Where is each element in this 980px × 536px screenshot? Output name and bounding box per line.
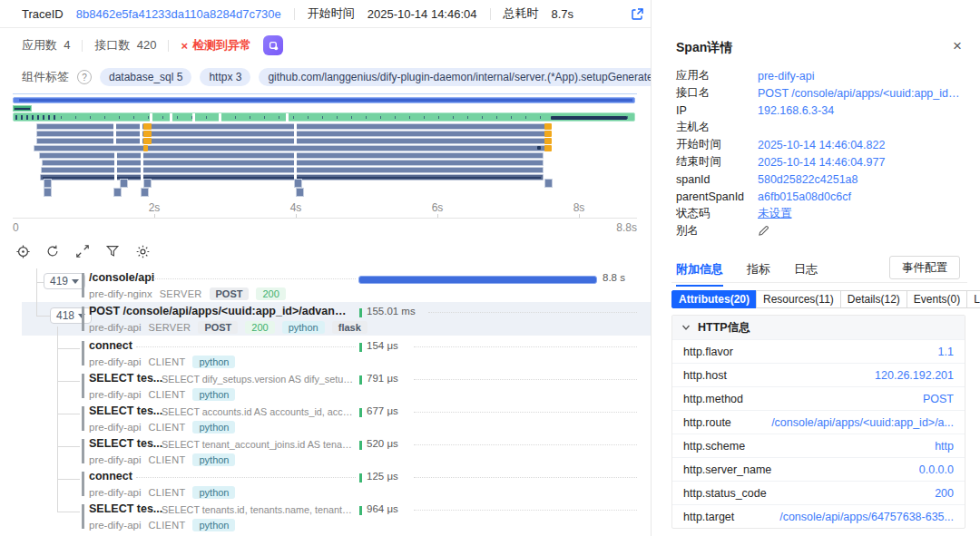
field-row: 主机名 [676, 119, 962, 136]
attribute-row: http.status_code200 [672, 481, 965, 504]
span-row-connect[interactable]: connect 154 μs pre-dify-api CLIENT pytho… [0, 338, 651, 371]
span-row-console-api[interactable]: /console/api 8.8 s pre-dify-nginx SERVER… [0, 270, 651, 303]
field-value-link[interactable]: 2025-10-14 14:46:04.822 [758, 139, 962, 151]
span-duration: 155.01 ms [367, 306, 416, 317]
method-pill: POST [198, 321, 238, 334]
span-app: pre-dify-api [89, 389, 142, 400]
attribute-value-link[interactable]: 200 [935, 487, 954, 500]
subtab-attributes[interactable]: Attributes(20) [671, 290, 757, 308]
duration-marker [359, 506, 362, 515]
axis-tick-label: 6s [432, 201, 444, 214]
duration-marker [359, 473, 362, 482]
span-duration: 964 μs [367, 503, 398, 514]
span-duration: 520 μs [367, 438, 398, 449]
locate-target-icon[interactable] [15, 243, 31, 259]
field-row: 接口名POST /console/api/apps/<uuid:app_id>/… [676, 84, 962, 102]
span-kind: SERVER [149, 322, 191, 333]
duration-marker [359, 308, 362, 317]
filter-icon[interactable] [104, 243, 121, 259]
field-value-link[interactable]: pre-dify-api [758, 70, 962, 83]
field-row: parentSpanIda6fb015a08d0c6cf [676, 188, 962, 205]
trace-minimap[interactable] [13, 93, 637, 195]
component-tags-row: 组件标签 ? database_sql 5 httpx 3 github.com… [0, 65, 651, 89]
status-pill: 200 [256, 287, 285, 300]
span-row-selected[interactable]: POST /console/api/apps/<uuid:app_id>/adv… [0, 304, 651, 336]
help-icon[interactable]: ? [77, 70, 92, 84]
field-value-link[interactable]: 192.168.6.3-34 [758, 104, 962, 117]
field-row: 应用名pre-dify-api [676, 67, 962, 84]
trace-id-value[interactable]: 8b8462e5fa41233da110a8284d7c730e [76, 7, 281, 21]
subtab-events[interactable]: Events(0) [906, 290, 967, 308]
field-value-link[interactable]: a6fb015a08d0c6cf [758, 190, 962, 203]
field-value-link[interactable]: POST /console/api/apps/<uuid:app_id>/... [758, 87, 962, 100]
language-pill: python [282, 321, 325, 334]
ai-assistant-icon [268, 40, 279, 52]
span-title: connect [89, 470, 132, 482]
span-row-select-query[interactable]: SELECT tes... SELECT dify_setups.version… [0, 371, 651, 404]
minimap-root-span-bar [13, 97, 635, 103]
attribute-row: http.schemehttp [672, 434, 965, 457]
attribute-value-link[interactable]: 120.26.192.201 [875, 369, 954, 382]
ai-assistant-button[interactable] [263, 35, 283, 55]
attribute-value-link[interactable]: POST [923, 393, 954, 405]
span-row-select-query[interactable]: SELECT tes... SELECT tenants.id, tenants… [0, 502, 651, 534]
header-divider [0, 27, 651, 28]
span-row-select-query[interactable]: SELECT tes... SELECT tenant_account_join… [0, 436, 651, 469]
tag-pill-httpx[interactable]: httpx 3 [200, 68, 250, 86]
tag-pill-invoke-rerank[interactable]: github.com/langgenius/dify-plugin-daemon… [259, 68, 651, 86]
axis-tick-label: 8s [573, 201, 585, 214]
attribute-value-link[interactable]: 0.0.0.0 [919, 463, 954, 476]
language-pill: python [192, 356, 235, 368]
status-pill: 200 [245, 321, 274, 334]
span-row-select-query[interactable]: SELECT tes... SELECT accounts.id AS acco… [0, 404, 651, 436]
settings-gear-icon[interactable] [134, 243, 151, 259]
attribute-value-link[interactable]: /console/api/apps/64757638-635... [779, 511, 954, 523]
language-pill: python [192, 421, 235, 434]
refresh-icon[interactable] [44, 243, 61, 259]
language-pill: python [192, 453, 235, 466]
field-value-link[interactable]: 580d25822c4251a8 [758, 173, 962, 186]
panel-title: Span详情 [676, 40, 732, 56]
span-kind: SERVER [160, 288, 202, 299]
span-app: pre-dify-nginx [89, 288, 152, 299]
sql-preview: SELECT tenants.id, tenants.name, tenants… [162, 504, 356, 515]
error-x-icon: × [181, 39, 188, 53]
status-code-link[interactable]: 未设置 [758, 206, 962, 221]
field-row: 结束时间2025-10-14 14:46:04.977 [676, 153, 962, 171]
span-app: pre-dify-api [89, 422, 142, 433]
field-value-link[interactable]: 2025-10-14 14:46:04.977 [758, 156, 962, 169]
attribute-row: http.server_name0.0.0.0 [672, 457, 965, 481]
attribute-value-link[interactable]: http [935, 440, 954, 453]
span-app: pre-dify-api [89, 487, 142, 498]
span-detail-panel: Span详情 × 应用名pre-dify-api 接口名POST /consol… [651, 0, 980, 536]
attribute-value-link[interactable]: /console/api/apps/<uuid:app_id>/a... [771, 416, 954, 429]
http-info-section-header[interactable]: HTTP信息 [672, 316, 965, 339]
timeline-axis: 2s 4s 6s 8s 0 8.8s [13, 201, 637, 236]
attribute-value-link[interactable]: 1.1 [938, 346, 954, 358]
subtab-resources[interactable]: Resources(11) [756, 290, 841, 308]
start-time-value: 2025-10-14 14:46:04 [368, 7, 477, 21]
field-row: spanId580d25822c4251a8 [676, 171, 962, 188]
language-pill: python [192, 486, 235, 499]
attribute-row: http.flavor1.1 [672, 339, 965, 363]
divider [82, 40, 83, 52]
app-count: 应用数 4 [22, 37, 70, 54]
expand-icon[interactable] [74, 243, 91, 259]
tag-pill-database-sql[interactable]: database_sql 5 [100, 68, 191, 86]
subtab-links[interactable]: Links(0) [966, 290, 980, 308]
event-config-button[interactable]: 事件配置 [889, 256, 960, 279]
open-external-icon[interactable] [631, 7, 644, 24]
subtab-details[interactable]: Details(12) [840, 290, 907, 308]
axis-tick-label: 4s [290, 201, 302, 214]
trace-id-label: TraceID [22, 7, 64, 21]
edit-alias-icon[interactable] [758, 225, 769, 237]
span-kind: CLIENT [149, 389, 186, 400]
field-row: 状态码未设置 [676, 205, 962, 222]
attribute-row: http.route/console/api/apps/<uuid:app_id… [672, 410, 965, 434]
span-kind: CLIENT [149, 356, 186, 367]
span-app: pre-dify-api [89, 356, 142, 367]
close-icon[interactable]: × [953, 38, 962, 54]
span-row-connect[interactable]: connect 125 μs pre-dify-api CLIENT pytho… [0, 469, 651, 502]
divider [490, 8, 491, 20]
anomaly-detected-badge[interactable]: × 检测到异常 [181, 37, 251, 54]
